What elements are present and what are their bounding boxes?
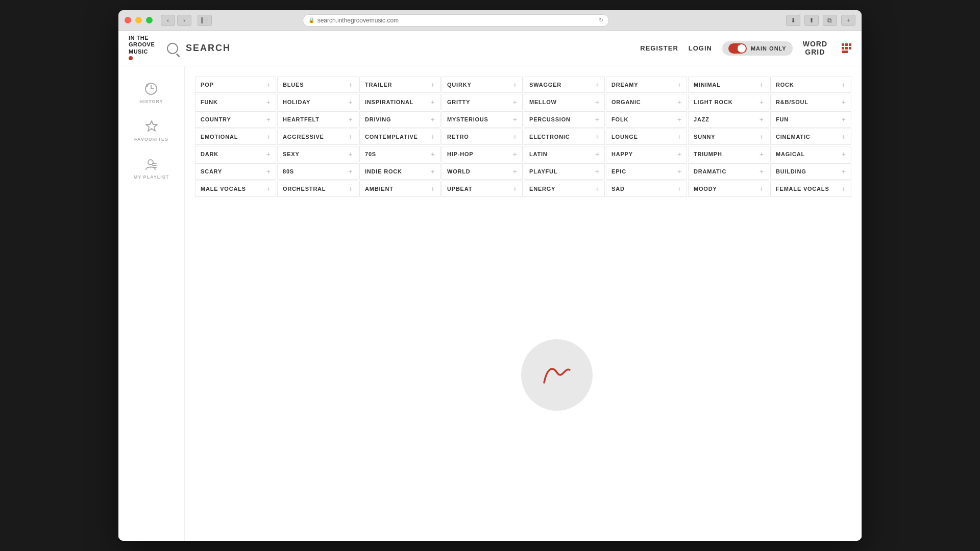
tag-item[interactable]: MALE VOCALS+ [195, 181, 276, 197]
tag-item[interactable]: HAPPY+ [606, 146, 687, 162]
back-button[interactable]: ‹ [161, 15, 175, 26]
tag-plus-icon[interactable]: + [431, 116, 435, 123]
tag-item[interactable]: BUILDING+ [770, 163, 851, 180]
tag-plus-icon[interactable]: + [677, 133, 681, 140]
tag-plus-icon[interactable]: + [677, 185, 681, 192]
tag-item[interactable]: ENERGY+ [524, 181, 605, 197]
tag-item[interactable]: LIGHT ROCK+ [688, 94, 769, 110]
tag-plus-icon[interactable]: + [842, 168, 846, 175]
search-bar[interactable]: SEARCH [164, 40, 640, 57]
tag-item[interactable]: WORLD+ [442, 163, 523, 180]
tag-plus-icon[interactable]: + [513, 151, 517, 158]
tag-plus-icon[interactable]: + [760, 98, 764, 106]
tag-item[interactable]: HEARTFELT+ [277, 111, 358, 128]
minimize-button[interactable] [135, 17, 142, 23]
tag-plus-icon[interactable]: + [677, 81, 681, 88]
tag-plus-icon[interactable]: + [842, 98, 846, 106]
tag-item[interactable]: MELLOW+ [524, 94, 605, 110]
tag-item[interactable]: MINIMAL+ [688, 77, 769, 93]
tag-plus-icon[interactable]: + [513, 185, 517, 192]
tag-plus-icon[interactable]: + [349, 98, 353, 106]
tag-plus-icon[interactable]: + [760, 81, 764, 88]
toggle-switch[interactable] [728, 43, 747, 54]
sidebar-toggle-button[interactable] [198, 15, 212, 26]
tag-item[interactable]: CINEMATIC+ [770, 129, 851, 145]
tag-plus-icon[interactable]: + [431, 168, 435, 175]
tag-plus-icon[interactable]: + [349, 168, 353, 175]
tag-item[interactable]: ROCK+ [770, 77, 851, 93]
tag-item[interactable]: ORGANIC+ [606, 94, 687, 110]
tag-plus-icon[interactable]: + [760, 116, 764, 123]
tab-icon[interactable]: ⧉ [823, 15, 837, 26]
tag-plus-icon[interactable]: + [842, 133, 846, 140]
tag-item[interactable]: DARK+ [195, 146, 276, 162]
tag-item[interactable]: ELECTRONIC+ [524, 129, 605, 145]
tag-plus-icon[interactable]: + [595, 116, 599, 123]
sidebar-item-playlist[interactable]: MY PLAYLIST [134, 157, 169, 180]
share-icon[interactable]: ⬆ [804, 15, 819, 26]
tag-item[interactable]: GRITTY+ [442, 94, 523, 110]
tag-plus-icon[interactable]: + [266, 185, 271, 192]
maximize-button[interactable] [146, 17, 153, 23]
tag-plus-icon[interactable]: + [595, 98, 599, 106]
tag-item[interactable]: LOUNGE+ [606, 129, 687, 145]
tag-plus-icon[interactable]: + [513, 168, 517, 175]
tag-plus-icon[interactable]: + [760, 168, 764, 175]
tag-item[interactable]: INSPIRATIONAL+ [359, 94, 440, 110]
tag-plus-icon[interactable]: + [266, 98, 271, 106]
tag-item[interactable]: QUIRKY+ [442, 77, 523, 93]
tag-plus-icon[interactable]: + [266, 116, 271, 123]
tag-plus-icon[interactable]: + [595, 81, 599, 88]
register-button[interactable]: REGISTER [640, 44, 678, 52]
tag-item[interactable]: DRIVING+ [359, 111, 440, 128]
tag-item[interactable]: 70S+ [359, 146, 440, 162]
tag-plus-icon[interactable]: + [677, 168, 681, 175]
tag-plus-icon[interactable]: + [595, 168, 599, 175]
new-tab-icon[interactable]: + [841, 15, 855, 26]
tag-plus-icon[interactable]: + [677, 116, 681, 123]
tag-item[interactable]: DRAMATIC+ [688, 163, 769, 180]
tag-item[interactable]: EMOTIONAL+ [195, 129, 276, 145]
tag-plus-icon[interactable]: + [513, 133, 517, 140]
tag-item[interactable]: COUNTRY+ [195, 111, 276, 128]
tag-item[interactable]: UPBEAT+ [442, 181, 523, 197]
tag-plus-icon[interactable]: + [595, 185, 599, 192]
tag-item[interactable]: SUNNY+ [688, 129, 769, 145]
tag-plus-icon[interactable]: + [842, 116, 846, 123]
tag-item[interactable]: TRAILER+ [359, 77, 440, 93]
tag-item[interactable]: HIP-HOP+ [442, 146, 523, 162]
tag-plus-icon[interactable]: + [842, 185, 846, 192]
tag-plus-icon[interactable]: + [677, 98, 681, 106]
tag-plus-icon[interactable]: + [513, 98, 517, 106]
tag-item[interactable]: DREAMY+ [606, 77, 687, 93]
address-bar[interactable]: 🔒 search.inthegroovemusic.com ↻ [303, 14, 609, 27]
forward-button[interactable]: › [177, 15, 191, 26]
tag-item[interactable]: TRIUMPH+ [688, 146, 769, 162]
tag-plus-icon[interactable]: + [760, 133, 764, 140]
login-button[interactable]: LOGIN [689, 44, 712, 52]
tag-item[interactable]: MAGICAL+ [770, 146, 851, 162]
tag-item[interactable]: SEXY+ [277, 146, 358, 162]
tag-plus-icon[interactable]: + [266, 151, 271, 158]
reload-icon[interactable]: ↻ [599, 17, 603, 23]
tag-item[interactable]: JAZZ+ [688, 111, 769, 128]
tag-item[interactable]: ORCHESTRAL+ [277, 181, 358, 197]
tag-item[interactable]: FUNK+ [195, 94, 276, 110]
tag-plus-icon[interactable]: + [349, 81, 353, 88]
tag-item[interactable]: RETRO+ [442, 129, 523, 145]
tag-item[interactable]: AMBIENT+ [359, 181, 440, 197]
tag-plus-icon[interactable]: + [266, 81, 271, 88]
tag-item[interactable]: 80S+ [277, 163, 358, 180]
tag-item[interactable]: SWAGGER+ [524, 77, 605, 93]
tag-plus-icon[interactable]: + [513, 116, 517, 123]
tag-plus-icon[interactable]: + [349, 116, 353, 123]
main-only-toggle[interactable]: MAIN ONLY [722, 41, 793, 56]
tag-item[interactable]: MYSTERIOUS+ [442, 111, 523, 128]
tag-item[interactable]: LATIN+ [524, 146, 605, 162]
tag-plus-icon[interactable]: + [842, 151, 846, 158]
tag-plus-icon[interactable]: + [349, 185, 353, 192]
tag-plus-icon[interactable]: + [431, 81, 435, 88]
tag-plus-icon[interactable]: + [431, 133, 435, 140]
tag-item[interactable]: FOLK+ [606, 111, 687, 128]
tag-item[interactable]: POP+ [195, 77, 276, 93]
